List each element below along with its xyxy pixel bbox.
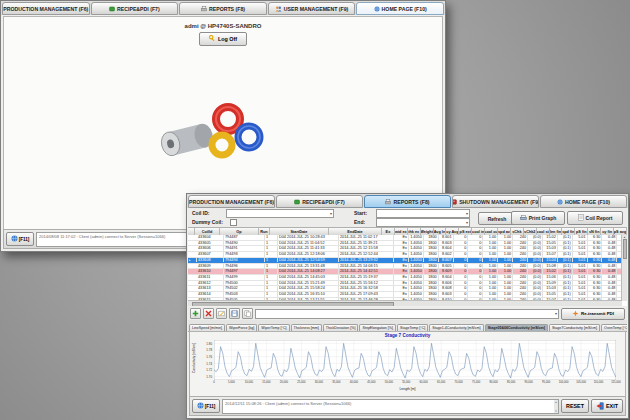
table-cell: 6:30 xyxy=(588,246,603,251)
scroll-down-icon[interactable]: ▾ xyxy=(554,409,558,413)
column-header-run[interactable]: Run xyxy=(259,228,270,235)
table-cell: 8.609 xyxy=(439,269,454,274)
tab-recipe-pdi-f7[interactable]: RECIPE&PDI (F7) xyxy=(276,195,363,208)
dummy-coil-checkbox[interactable] xyxy=(230,219,237,226)
graph-tab-stage7conductivity-ms-cm[interactable]: Stage7Conductivity [mS/cm] xyxy=(549,324,600,331)
table-cell: 1800 xyxy=(424,269,439,274)
event-log-box[interactable]: 2014/12/11 15:08:26 : Client (admin) con… xyxy=(222,399,559,414)
globe-icon xyxy=(197,402,204,410)
reset-button[interactable]: RESET xyxy=(561,399,589,413)
column-header-coilid[interactable]: CoilId xyxy=(195,228,220,235)
tab-label: USER MANAGEMENT (F9) xyxy=(284,6,349,12)
column-header-spd-av[interactable]: spd av xyxy=(498,228,511,235)
tab-reports-f8[interactable]: REPORTS (F8) xyxy=(179,2,267,15)
horizontal-scroll-thumb[interactable] xyxy=(192,302,394,307)
column-header-cool-ou[interactable]: cool ou xyxy=(485,228,498,235)
coil-toolbar: ▾ Re-transmit PDI xyxy=(188,307,627,321)
f11-label: [F11] xyxy=(205,404,216,409)
scroll-up-icon[interactable]: ▴ xyxy=(554,400,558,404)
start-combo[interactable]: ▾ xyxy=(376,209,470,218)
f11-button[interactable]: [F11] xyxy=(6,232,34,246)
table-cell: 15.07 xyxy=(543,252,558,257)
coil-report-button[interactable]: Coil Report xyxy=(567,211,623,225)
table-cell: 0.48 xyxy=(602,241,617,246)
column-header-ps-fin[interactable]: pS fin xyxy=(575,228,588,235)
table-horizontal-scrollbar[interactable] xyxy=(188,300,622,306)
column-header-schk[interactable]: sChk xyxy=(511,228,524,235)
graph-tab-wipertemp-c[interactable]: WiperTemp [°C] xyxy=(258,324,289,331)
tab-reports-f8[interactable]: REPORTS (F8) xyxy=(364,195,451,208)
column-header-weight[interactable]: Weight xyxy=(421,228,434,235)
column-header-cy-avg[interactable]: cy Avg xyxy=(446,228,459,235)
column-header-op[interactable]: Op xyxy=(220,228,259,235)
column-header-ps-avg[interactable]: pS avg xyxy=(614,228,627,235)
x-tick-label: 15,000 xyxy=(258,381,274,384)
add-button[interactable] xyxy=(190,308,201,319)
f11-button[interactable]: [F11] xyxy=(192,399,220,413)
tab-production-management-f6[interactable]: PRODUCTION MANAGEMENT (F6) xyxy=(2,2,90,15)
tab-user-management-f9[interactable]: USER MANAGEMENT (F9) xyxy=(268,2,356,15)
table-cell: 8.606 xyxy=(439,281,454,286)
start-label: Start: xyxy=(354,210,367,216)
end-combo[interactable]: ▾ xyxy=(376,218,470,227)
table-cell: 0 xyxy=(454,275,469,280)
column-header-wid-ex[interactable]: wid ex xyxy=(395,228,408,235)
column-header-len-fin[interactable]: len fin xyxy=(550,228,563,235)
column-header-cy-fin[interactable]: cy fin xyxy=(601,228,614,235)
print-graph-button[interactable]: Print Graph xyxy=(511,211,565,225)
tab-recipe-pdi-f7[interactable]: RECIPE&PDI (F7) xyxy=(91,2,179,15)
graph-tab-stripelongation[interactable]: StripElongation [%] xyxy=(359,324,396,331)
delete-button[interactable] xyxy=(203,308,214,319)
tab-home-page-f10[interactable]: HOME PAGE (F10) xyxy=(356,2,444,15)
column-header-enddate[interactable]: EndDate xyxy=(329,228,382,235)
column-header-cool-st[interactable]: cool st xyxy=(537,228,550,235)
table-cell: 0.48 xyxy=(602,252,617,257)
table-vertical-scrollbar[interactable]: ▴ xyxy=(621,235,627,301)
coil-id-combo[interactable]: ▾ xyxy=(226,209,334,218)
table-cell: Ex xyxy=(394,241,409,246)
table-cell: 1.4050 xyxy=(409,264,424,269)
table-cell: (0.1) xyxy=(558,292,573,297)
graph-tab-stagetemp-c[interactable]: StageTemp [°C] xyxy=(397,324,428,331)
logged-in-user-label: admi @ HP4740S-SANDRO xyxy=(4,23,442,29)
save-icon[interactable] xyxy=(229,308,240,319)
tab-production-management-f6[interactable]: PRODUCTION MANAGEMENT (F6) xyxy=(188,195,275,208)
column-header-thk-ex[interactable]: thk ex xyxy=(408,228,421,235)
column-header-schk2[interactable]: sChk2 xyxy=(524,228,537,235)
copy-icon[interactable] xyxy=(242,308,253,319)
table-cell: 794494 xyxy=(224,258,265,263)
column-header-cool-in[interactable]: cool in xyxy=(472,228,485,235)
graph-tab-stage05-06conductivity-ms-cm[interactable]: Stage05&06Conductivity [mS/cm] xyxy=(485,324,548,331)
column-header-ex[interactable]: Ex xyxy=(382,228,395,235)
table-cell: 240 xyxy=(513,246,528,251)
table-cell: 1800 xyxy=(424,235,439,240)
column-header-sn-fin[interactable]: sN fin xyxy=(588,228,601,235)
graph-tab-thickdeviation[interactable]: ThickDeviation [%] xyxy=(323,324,359,331)
graph-tab-stage1-4conductivity-ms-cm[interactable]: Stage1-4Conductivity [mS/cm] xyxy=(429,324,483,331)
pdi-combo[interactable]: ▾ xyxy=(255,309,559,319)
table-cell: 433605 xyxy=(197,241,224,246)
retransmit-pdi-button[interactable]: Re-transmit PDI xyxy=(561,308,625,320)
graph-tab-thickness-mm[interactable]: Thickness [mm] xyxy=(291,324,322,331)
log-scrollbar[interactable]: ▴ ▾ xyxy=(554,400,558,413)
column-header-startdate[interactable]: StartDate xyxy=(270,228,329,235)
tab-shutdown-management-f9[interactable]: SHUTDOWN MANAGEMENT (F9) xyxy=(452,195,539,208)
exit-button[interactable]: EXIT xyxy=(591,399,623,413)
table-cell: 5.01 xyxy=(573,269,588,274)
log-off-button[interactable]: Log Off xyxy=(199,32,247,46)
x-tick-label: 10,000 xyxy=(241,381,257,384)
tab-home-page-f10[interactable]: HOME PAGE (F10) xyxy=(540,195,627,208)
table-cell: 0 xyxy=(468,281,483,286)
graph-tab-linespeed-m-min[interactable]: LineSpeed [m/min] xyxy=(189,324,225,331)
table-cell: 0 xyxy=(468,246,483,251)
column-header-ps-ext[interactable]: pS ext xyxy=(459,228,472,235)
vertical-scroll-thumb[interactable] xyxy=(623,239,627,259)
edit-button[interactable] xyxy=(216,308,227,319)
graph-tab-wiperforce-kg[interactable]: WiperForce [kg] xyxy=(226,324,257,331)
graph-tab-oventemp-c[interactable]: OvenTemp [°C] xyxy=(601,324,627,331)
table-cell: 433613 xyxy=(197,286,224,291)
table-cell: 8.605 xyxy=(439,264,454,269)
table-cell: D04 2014-JUL-25 14:45:03 xyxy=(278,275,339,280)
column-header-spd-fin[interactable]: spd fin xyxy=(562,228,575,235)
column-header-avg-in[interactable]: Avg In xyxy=(434,228,447,235)
